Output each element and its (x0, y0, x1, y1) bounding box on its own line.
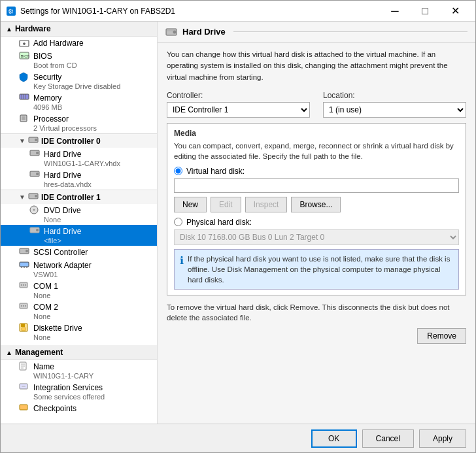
close-button[interactable]: ✕ (440, 1, 470, 22)
sidebar-item-com2[interactable]: COM 2 None (1, 301, 157, 322)
minimize-button[interactable]: ─ (380, 1, 410, 22)
panel-header-text: Hard Drive (182, 27, 226, 37)
ide0-hd2-sub: hres-data.vhdx (29, 180, 152, 188)
hardware-label: Hardware (15, 24, 51, 33)
management-expand-icon: ▲ (6, 349, 12, 356)
controller-group: Controller: IDE Controller 1 (167, 91, 310, 118)
sidebar-item-scsi[interactable]: SCSI Controller (1, 246, 157, 259)
processor-icon (19, 114, 29, 124)
edit-button[interactable]: Edit (211, 197, 241, 212)
sidebar-item-ide1-hd[interactable]: Hard Drive <file> (1, 225, 157, 246)
vhd-radio-group: Virtual hard disk: New Edit Inspect Brow… (174, 167, 459, 212)
management-section-header: ▲ Management (1, 345, 157, 360)
sidebar-item-network[interactable]: Network Adapter VSW01 (1, 259, 157, 280)
apply-button[interactable]: Apply (419, 429, 466, 448)
inspect-button[interactable]: Inspect (245, 197, 288, 212)
processor-label: Processor (33, 114, 69, 124)
checkpoints-icon (19, 403, 29, 414)
content-area: ▲ Hardware Add Hardware BIOS BIO (1, 22, 475, 424)
hardware-expand-icon: ▲ (6, 25, 12, 33)
sidebar-item-memory[interactable]: Memory 4096 MB (1, 92, 157, 112)
settings-window: ⚙ Settings for WIN10G1-1-CARY on FABS2D1… (0, 0, 476, 453)
maximize-button[interactable]: □ (410, 1, 440, 22)
memory-sub: 4096 MB (19, 103, 152, 111)
integration-sub: Some services offered (19, 393, 152, 401)
diskette-sub: None (19, 333, 152, 341)
controller-select[interactable]: IDE Controller 1 (167, 102, 310, 118)
sidebar-item-integration[interactable]: Integration Services Some services offer… (1, 381, 157, 402)
bios-label: BIOS (33, 52, 52, 61)
name-sub: WIN10G1-1-CARY (19, 372, 152, 380)
svg-rect-27 (20, 262, 29, 267)
controller-location-row: Controller: IDE Controller 1 Location: 1… (167, 91, 466, 118)
com2-icon (19, 302, 29, 312)
vhd-radio-label[interactable]: Virtual hard disk: (186, 167, 245, 176)
scsi-label: SCSI Controller (33, 248, 88, 257)
ide0-hd1-sub: WIN10G1-1-CARY.vhdx (29, 159, 152, 167)
svg-text:BIOS: BIOS (21, 54, 30, 58)
sidebar-item-ide1[interactable]: ▼ IDE Controller 1 (1, 190, 157, 204)
checkpoints-label: Checkpoints (33, 404, 76, 413)
sidebar-item-com1[interactable]: COM 1 None (1, 280, 157, 301)
sidebar-item-checkpoints[interactable]: Checkpoints (1, 402, 157, 415)
name-icon (19, 361, 29, 372)
svg-rect-12 (22, 116, 26, 120)
sidebar-item-add-hardware[interactable]: Add Hardware (1, 37, 157, 50)
media-title: Media (174, 129, 459, 138)
svg-point-16 (36, 152, 39, 154)
phd-radio[interactable] (174, 218, 182, 226)
sidebar-item-security[interactable]: Security Key Storage Drive disabled (1, 71, 157, 92)
vhd-path-input[interactable] (174, 178, 459, 193)
sidebar-item-processor[interactable]: Processor 2 Virtual processors (1, 112, 157, 133)
svg-point-14 (35, 139, 37, 141)
ok-button[interactable]: OK (311, 429, 357, 448)
title-bar: ⚙ Settings for WIN10G1-1-CARY on FABS2D1… (1, 1, 475, 22)
svg-rect-40 (21, 324, 25, 327)
phd-radio-group: Physical hard disk: Disk 10 7168.00 GB B… (174, 218, 459, 245)
network-sub: VSW01 (19, 271, 152, 278)
sidebar-item-ide0[interactable]: ▼ IDE Controller 0 (1, 133, 157, 148)
sidebar-item-diskette[interactable]: Diskette Drive None (1, 322, 157, 343)
ide1-expand-icon: ▼ (19, 193, 26, 201)
new-button[interactable]: New (174, 197, 207, 212)
sidebar-item-dvd[interactable]: DVD Drive None (1, 204, 157, 225)
dvd-icon (29, 205, 40, 216)
svg-rect-7 (20, 94, 29, 99)
dvd-sub: None (29, 216, 152, 224)
window-icon: ⚙ (6, 6, 16, 16)
svg-point-24 (36, 229, 39, 231)
phd-select: Disk 10 7168.00 GB Bus 0 Lun 2 Target 0 (174, 229, 459, 245)
sidebar-item-bios[interactable]: BIOS BIOS Boot from CD (1, 50, 157, 71)
memory-icon (19, 93, 29, 103)
location-label: Location: (323, 91, 466, 100)
security-label: Security (33, 73, 61, 82)
info-box: ℹ If the physical hard disk you want to … (174, 249, 459, 290)
sidebar-item-name[interactable]: Name WIN10G1-1-CARY (1, 360, 157, 381)
remove-text: To remove the virtual hard disk, click R… (167, 302, 466, 323)
remove-button[interactable]: Remove (417, 328, 466, 344)
location-select[interactable]: 1 (in use) (323, 102, 466, 118)
ide1-icon (28, 192, 39, 202)
ide1-hd-label: Hard Drive (44, 227, 81, 236)
sidebar-item-ide0-hd2[interactable]: Hard Drive hres-data.vhdx (1, 169, 157, 190)
sidebar: ▲ Hardware Add Hardware BIOS BIO (1, 22, 158, 424)
cancel-button[interactable]: Cancel (362, 429, 414, 448)
svg-text:⚙: ⚙ (8, 8, 14, 15)
panel-header: Hard Drive (158, 22, 475, 42)
phd-radio-label[interactable]: Physical hard disk: (186, 218, 252, 227)
security-sub: Key Storage Drive disabled (19, 82, 152, 90)
vhd-radio[interactable] (174, 167, 182, 175)
ide0-hd1-icon (29, 149, 40, 159)
memory-label: Memory (33, 93, 61, 103)
ide0-label: IDE Controller 0 (41, 137, 101, 146)
info-icon: ℹ (180, 254, 184, 267)
sidebar-item-ide0-hd1[interactable]: Hard Drive WIN10G1-1-CARY.vhdx (1, 148, 157, 169)
integration-icon (19, 382, 29, 393)
svg-point-26 (26, 250, 28, 252)
vhd-buttons: New Edit Inspect Browse... (174, 197, 459, 212)
network-icon (19, 260, 29, 271)
panel-header-icon (165, 27, 177, 37)
ide0-hd1-label: Hard Drive (44, 150, 81, 159)
browse-button[interactable]: Browse... (291, 197, 341, 212)
panel-header-divider (233, 31, 468, 32)
